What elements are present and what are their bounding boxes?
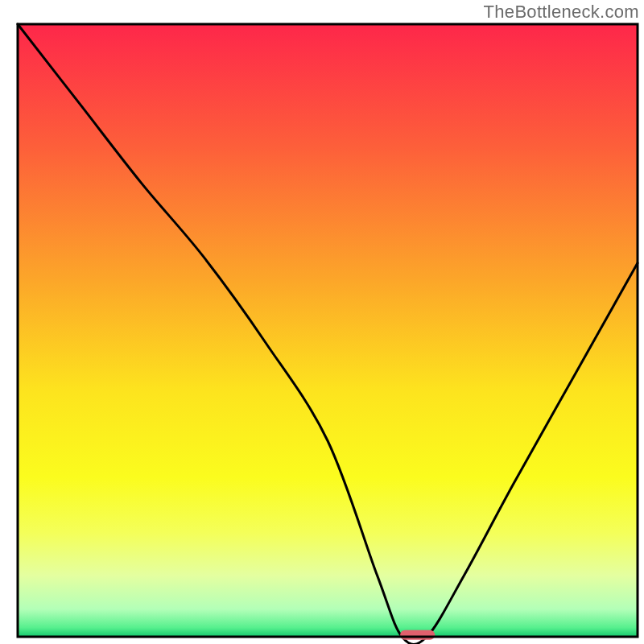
gradient-background bbox=[18, 24, 638, 637]
watermark-text: TheBottleneck.com bbox=[484, 2, 639, 23]
optimal-marker bbox=[400, 630, 435, 640]
bottleneck-chart bbox=[0, 0, 644, 644]
chart-frame: TheBottleneck.com bbox=[0, 0, 644, 644]
